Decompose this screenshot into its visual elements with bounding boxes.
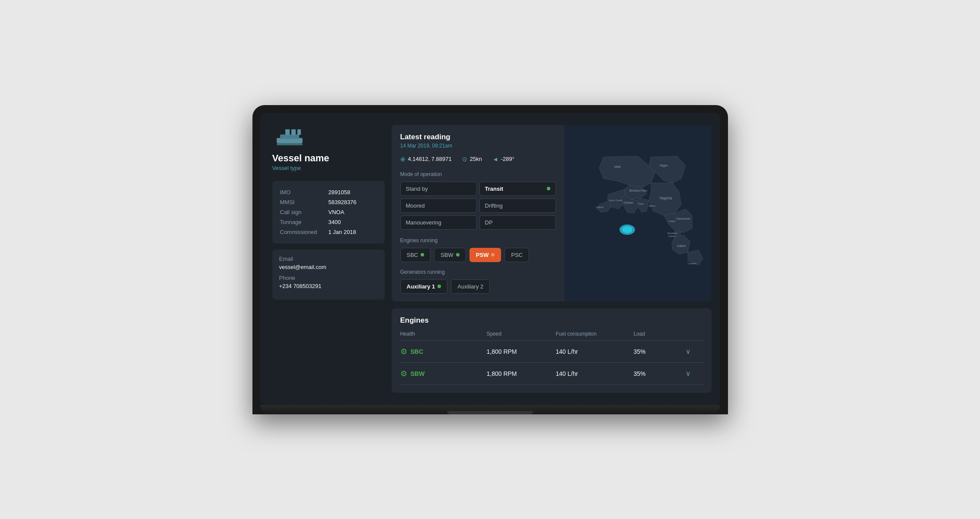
laptop-base: [260, 405, 720, 414]
detail-label: Call sign: [280, 208, 328, 217]
phone-value: +234 708503291: [279, 283, 378, 289]
speed-stat: ⊙ 25kn: [462, 156, 482, 163]
heading-stat: ◄ -289°: [492, 156, 514, 163]
engine-table-row: ⚙ SBW 1,800 RPM 140 L/hr 35% ∨: [400, 363, 703, 385]
coords-stat: ⊕ 4.14812, 7.88971: [400, 156, 452, 163]
detail-value: VNOA: [329, 208, 377, 217]
svg-text:Nigeria: Nigeria: [660, 196, 672, 200]
coords-value: 4.14812, 7.88971: [408, 156, 452, 162]
reading-stats: ⊕ 4.14812, 7.88971 ⊙ 25kn ◄ -289°: [400, 156, 556, 163]
screen: Vessel name Vessel type IMO2891058MMSI58…: [260, 113, 720, 405]
gen-btn-auxiliary-1[interactable]: Auxiliary 1: [400, 279, 448, 294]
detail-value: 583928376: [329, 198, 377, 207]
reading-date: 14 Mar 2019, 09:21am: [400, 143, 556, 149]
svg-text:Cameroon: Cameroon: [676, 217, 690, 220]
detail-value: 1 Jan 2018: [329, 227, 377, 237]
engine-health-icon: ⚙: [400, 347, 407, 356]
engine-cell: ⚙ SBW: [400, 369, 487, 378]
generators-label: Generators running: [400, 269, 556, 275]
engine-btn-psc[interactable]: PSC: [504, 248, 529, 262]
ship-icon: [272, 125, 307, 148]
speed-value: 25kn: [470, 156, 482, 162]
phone-label: Phone: [279, 275, 378, 281]
engine-btns: SBCSBWPSWPSC: [400, 248, 556, 262]
engine-btn-sbc[interactable]: SBC: [400, 248, 431, 262]
mode-label: Transit: [485, 186, 504, 192]
svg-text:Equatorial: Equatorial: [667, 232, 677, 234]
engine-health-icon: ⚙: [400, 369, 407, 378]
speed-icon: ⊙: [462, 156, 467, 163]
svg-text:Burkina Faso: Burkina Faso: [629, 189, 647, 192]
engine-dot: [491, 253, 495, 256]
gen-dot: [437, 285, 441, 288]
engine-btn-sbw[interactable]: SBW: [434, 248, 466, 262]
svg-text:Luanda: Luanda: [688, 262, 697, 265]
vessel-header: Vessel name Vessel type: [272, 125, 385, 175]
mode-label: Moored: [406, 202, 425, 209]
map-panel: Niger Mali Burkina Faso Nigeria Benin To…: [565, 125, 712, 301]
reading-panel: Latest reading 14 Mar 2019, 09:21am ⊕ 4.…: [392, 125, 565, 301]
svg-rect-5: [277, 143, 303, 145]
mode-btn-manouevering[interactable]: Manouevering: [400, 215, 477, 230]
laptop-frame: Vessel name Vessel type IMO2891058MMSI58…: [252, 105, 728, 414]
gen-btn-label: Auxiliary 2: [457, 283, 483, 290]
vessel-detail-row: MMSI583928376: [280, 198, 377, 207]
col-expand: [686, 331, 703, 337]
mode-btn-dp[interactable]: DP: [479, 215, 556, 230]
contact-card: Email vessel@email.com Phone +234 708503…: [272, 250, 385, 300]
mode-label: Manouevering: [406, 219, 441, 226]
mode-label: Stand by: [406, 186, 428, 192]
vessel-type: Vessel type: [272, 165, 301, 171]
svg-text:Ghana: Ghana: [624, 201, 633, 204]
mode-btn-drifting[interactable]: Drifting: [479, 199, 556, 213]
gen-btn-label: Auxiliary 1: [407, 283, 435, 290]
vessel-detail-row: Commissioned1 Jan 2018: [280, 227, 377, 237]
col-speed: Speed: [487, 331, 556, 337]
mode-btn-stand-by[interactable]: Stand by: [400, 182, 477, 196]
mode-label: DP: [485, 219, 493, 226]
svg-text:Togo: Togo: [638, 202, 644, 205]
engines-table-title: Engines: [400, 316, 703, 325]
mode-grid: Stand byTransitMooredDriftingManoueverin…: [400, 182, 556, 230]
active-dot: [547, 187, 550, 190]
vessel-name: Vessel name: [272, 153, 329, 164]
vessel-detail-row: Call signVNOA: [280, 208, 377, 217]
svg-text:Niger: Niger: [660, 163, 668, 167]
reading-title: Latest reading: [400, 133, 556, 141]
gen-btn-auxiliary-2[interactable]: Auxiliary 2: [451, 279, 490, 294]
engine-btn-label: SBW: [441, 252, 453, 258]
mode-btn-moored[interactable]: Moored: [400, 199, 477, 213]
mode-label: Drifting: [485, 202, 503, 209]
engine-speed: 1,800 RPM: [487, 348, 556, 355]
detail-label: MMSI: [280, 198, 328, 207]
svg-text:Ivory Coast: Ivory Coast: [609, 199, 622, 202]
email-value: vessel@email.com: [279, 264, 378, 270]
engine-btn-label: PSW: [476, 252, 489, 258]
svg-text:Lagos: Lagos: [668, 220, 675, 222]
expand-btn[interactable]: ∨: [686, 347, 703, 356]
svg-point-23: [622, 226, 632, 233]
engines-running-section: Engines running SBCSBWPSWPSC: [400, 237, 556, 262]
col-fuel: Fuel consumption: [556, 331, 634, 337]
engine-dot: [456, 253, 460, 256]
engine-load: 35%: [634, 370, 686, 377]
engine-speed: 1,800 RPM: [487, 370, 556, 377]
svg-rect-2: [285, 129, 290, 135]
generators-section: Generators running Auxiliary 1Auxiliary …: [400, 269, 556, 294]
engine-fuel: 140 L/hr: [556, 348, 634, 355]
detail-value: 3400: [329, 218, 377, 227]
engine-btn-label: PSC: [511, 252, 523, 258]
location-icon: ⊕: [400, 156, 405, 163]
svg-text:Guinea: Guinea: [668, 235, 675, 237]
svg-text:Mali: Mali: [614, 165, 621, 169]
expand-btn[interactable]: ∨: [686, 369, 703, 378]
col-health: Health: [400, 331, 487, 337]
mode-btn-transit[interactable]: Transit: [479, 182, 556, 196]
svg-text:Gabon: Gabon: [677, 244, 686, 247]
detail-label: IMO: [280, 188, 328, 197]
detail-value: 2891058: [329, 188, 377, 197]
mode-label: Mode of operation: [400, 171, 556, 177]
engines-table-panel: Engines Health Speed Fuel consumption Lo…: [392, 308, 712, 393]
engine-btn-psw[interactable]: PSW: [469, 248, 501, 262]
gen-btns: Auxiliary 1Auxiliary 2: [400, 279, 556, 294]
